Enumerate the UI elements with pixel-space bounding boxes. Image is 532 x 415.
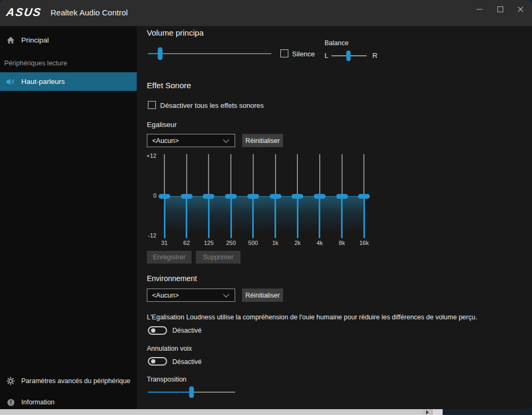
voice-cancellation-toggle[interactable] bbox=[148, 357, 167, 366]
toggle-knob bbox=[151, 359, 155, 363]
sidebar-item-label: Paramètres avancés du périphérique bbox=[21, 377, 130, 385]
eq-track-lower bbox=[363, 196, 365, 238]
info-icon bbox=[6, 398, 15, 406]
eq-track-lower bbox=[319, 196, 320, 238]
chevron-down-icon bbox=[223, 137, 229, 142]
minimize-icon bbox=[477, 9, 483, 10]
eq-band-label: 250 bbox=[219, 240, 243, 246]
eq-handle[interactable] bbox=[358, 194, 370, 199]
disable-all-effects-label: Désactiver tous les effets sonores bbox=[160, 101, 264, 109]
eq-band-slider[interactable]: 31 bbox=[153, 154, 176, 247]
balance-label: Balance bbox=[325, 39, 348, 47]
eq-handle[interactable] bbox=[225, 194, 237, 199]
arrow-right-icon bbox=[426, 410, 429, 414]
eq-handle[interactable] bbox=[247, 194, 259, 199]
eq-band-slider[interactable]: 8k bbox=[330, 154, 354, 247]
eq-handle[interactable] bbox=[292, 194, 303, 199]
environment-reset-button[interactable]: Réinitialiser bbox=[242, 289, 283, 302]
environment-preset-dropdown[interactable]: <Aucun> bbox=[147, 289, 235, 302]
eq-track-upper bbox=[230, 154, 231, 196]
scrollbar-right-arrow-button[interactable] bbox=[422, 409, 432, 415]
eq-handle[interactable] bbox=[270, 194, 281, 199]
master-volume-slider[interactable] bbox=[148, 47, 271, 60]
slider-thumb[interactable] bbox=[158, 47, 163, 60]
loudness-toggle[interactable] bbox=[148, 326, 167, 335]
balance-right-label: R bbox=[372, 52, 377, 60]
sound-effects-title: Effet Sonore bbox=[147, 81, 191, 90]
eq-band-label: 16k bbox=[352, 240, 376, 246]
eq-track-lower bbox=[297, 196, 298, 238]
close-button[interactable] bbox=[511, 1, 529, 17]
silence-checkbox[interactable] bbox=[280, 49, 288, 57]
sidebar-item-speakers[interactable]: Haut-parleurs bbox=[0, 72, 137, 91]
silence-label: Silence bbox=[292, 50, 315, 58]
home-icon bbox=[6, 36, 15, 44]
slider-thumb[interactable] bbox=[346, 50, 351, 61]
eq-track-lower bbox=[341, 196, 343, 238]
eq-handle[interactable] bbox=[159, 194, 170, 199]
eq-track-upper bbox=[275, 154, 276, 196]
eq-handle[interactable] bbox=[314, 194, 326, 199]
minimize-button[interactable] bbox=[470, 1, 488, 17]
eq-band-slider[interactable]: 500 bbox=[242, 154, 265, 247]
equalizer-reset-button[interactable]: Réinitialiser bbox=[242, 134, 283, 147]
speaker-icon bbox=[6, 78, 15, 86]
eq-band-label: 125 bbox=[197, 240, 220, 246]
eq-band-label: 2k bbox=[286, 240, 309, 246]
toggle-knob bbox=[151, 328, 155, 333]
eq-track-lower bbox=[275, 196, 276, 238]
sidebar-item-information[interactable]: Information bbox=[0, 394, 137, 410]
eq-band-label: 4k bbox=[308, 240, 331, 246]
eq-band-label: 31 bbox=[153, 240, 176, 246]
eq-track-upper bbox=[164, 154, 165, 196]
eq-band-slider[interactable]: 125 bbox=[197, 154, 220, 247]
gear-icon bbox=[6, 377, 15, 385]
voice-cancellation-label: Annulation voix bbox=[147, 345, 192, 352]
sidebar-item-label: Principal bbox=[21, 36, 49, 44]
eq-band-slider[interactable]: 2k bbox=[286, 154, 309, 247]
eq-band-label: 1k bbox=[264, 240, 287, 246]
eq-track-upper bbox=[342, 154, 343, 196]
eq-band-slider[interactable]: 62 bbox=[175, 154, 198, 247]
save-preset-button[interactable]: Enregistrer bbox=[147, 251, 192, 264]
slider-track bbox=[148, 53, 271, 54]
loudness-state-label: Désactivé bbox=[172, 327, 202, 334]
eq-track-upper bbox=[297, 154, 298, 196]
transposition-label: Transposition bbox=[147, 376, 187, 383]
chevron-down-icon bbox=[223, 291, 229, 297]
eq-track-lower bbox=[164, 196, 165, 238]
titlebar[interactable]: ASUS Realtek Audio Control bbox=[0, 0, 532, 26]
asus-logo: ASUS bbox=[5, 6, 43, 19]
window-title: Realtek Audio Control bbox=[51, 8, 128, 17]
eq-handle[interactable] bbox=[181, 194, 193, 199]
eq-track-lower bbox=[230, 196, 232, 238]
disable-all-effects-checkbox[interactable] bbox=[148, 101, 156, 109]
sidebar-item-principal[interactable]: Principal bbox=[0, 32, 137, 48]
sidebar-item-label: Haut-parleurs bbox=[21, 78, 65, 86]
eq-band-label: 8k bbox=[330, 240, 354, 246]
delete-preset-button[interactable]: Supprimer bbox=[196, 251, 240, 264]
eq-handle[interactable] bbox=[336, 194, 348, 199]
eq-band-slider[interactable]: 250 bbox=[219, 154, 243, 247]
eq-handle[interactable] bbox=[203, 194, 214, 199]
equalizer-preset-dropdown[interactable]: <Aucun> bbox=[147, 134, 235, 147]
environment-label: Environnement bbox=[147, 274, 197, 283]
eq-band-label: 500 bbox=[242, 240, 265, 246]
eq-band-slider[interactable]: 1k bbox=[264, 154, 287, 247]
balance-slider[interactable] bbox=[331, 49, 367, 62]
slider-thumb[interactable] bbox=[189, 386, 194, 398]
close-icon bbox=[518, 6, 523, 12]
eq-band-slider[interactable]: 4k bbox=[308, 154, 331, 247]
maximize-button[interactable] bbox=[491, 1, 509, 17]
eq-band-slider[interactable]: 16k bbox=[352, 154, 376, 247]
eq-track-upper bbox=[319, 154, 320, 196]
horizontal-scrollbar[interactable] bbox=[0, 409, 443, 415]
sidebar-item-advanced-settings[interactable]: Paramètres avancés du périphérique bbox=[0, 373, 137, 389]
environment-preset-value: <Aucun> bbox=[147, 292, 224, 299]
eq-track-lower bbox=[252, 196, 254, 238]
eq-track-upper bbox=[208, 154, 209, 196]
balance-left-label: L bbox=[325, 52, 328, 60]
eq-track-upper bbox=[253, 154, 254, 196]
transposition-slider[interactable] bbox=[148, 386, 235, 399]
scrollbar-corner bbox=[432, 409, 443, 415]
